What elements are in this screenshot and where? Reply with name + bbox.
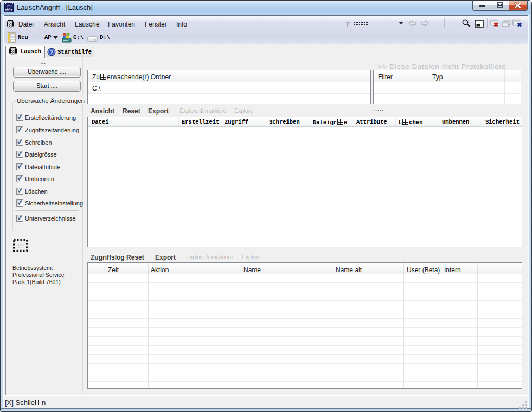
svg-text:?: ? <box>50 49 53 55</box>
